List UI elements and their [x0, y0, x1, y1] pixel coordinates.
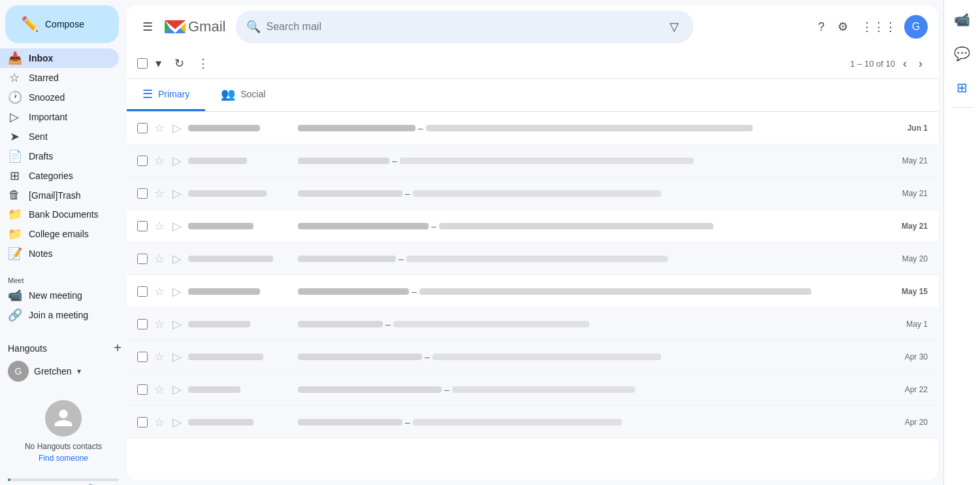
row-checkbox[interactable] [137, 286, 148, 297]
label-button[interactable]: ▷ [171, 414, 183, 431]
categories-icon: ⊞ [8, 169, 21, 183]
label-button[interactable]: ▷ [171, 120, 183, 137]
sidebar-item-join-meeting[interactable]: 🔗 Join a meeting [0, 305, 119, 325]
search-bar: 🔍 ▽ [236, 10, 693, 43]
help-button[interactable]: ? [813, 15, 830, 39]
nav-arrows: ‹ › [898, 52, 928, 76]
star-button[interactable]: ☆ [153, 185, 166, 202]
label-button[interactable]: ▷ [171, 250, 183, 267]
table-row[interactable]: ☆ ▷ – Apr 30 [127, 341, 938, 373]
sidebar-item-snoozed[interactable]: 🕐 Snoozed [0, 88, 119, 107]
sidebar-item-gmail-trash[interactable]: 🗑 [Gmail]Trash [0, 186, 119, 205]
email-date: May 21 [902, 156, 928, 165]
tab-primary[interactable]: ☰ Primary [127, 79, 205, 111]
row-checkbox[interactable] [137, 417, 148, 427]
label-button[interactable]: ▷ [171, 316, 183, 333]
sidebar-item-college-emails[interactable]: 📁 College emails [0, 224, 119, 244]
star-button[interactable]: ☆ [153, 250, 166, 267]
label-button[interactable]: ▷ [171, 348, 183, 365]
sidebar-item-sent[interactable]: ➤ Sent [0, 127, 119, 146]
email-subject [298, 254, 396, 264]
email-sender [188, 417, 293, 427]
label-button[interactable]: ▷ [171, 283, 183, 300]
settings-button[interactable]: ⚙ [832, 14, 853, 39]
side-panel-spaces-button[interactable]: ⊞ [950, 73, 974, 102]
find-someone-link[interactable]: Find someone [8, 454, 119, 463]
table-row[interactable]: ☆ ▷ – May 21 [127, 144, 938, 177]
sidebar-item-notes[interactable]: 📝 Notes [0, 244, 119, 263]
email-snippet: – [444, 384, 635, 395]
starred-icon: ☆ [8, 71, 21, 85]
inbox-icon: 📥 [8, 51, 21, 65]
table-row[interactable]: ☆ ▷ – Jun 1 [127, 112, 938, 144]
hangouts-add-button[interactable]: + [114, 341, 122, 356]
label-button[interactable]: ▷ [171, 152, 183, 169]
link-icon: 🔗 [8, 308, 21, 322]
select-dropdown-button[interactable]: ▾ [150, 51, 167, 76]
search-input[interactable] [266, 21, 661, 33]
next-page-button[interactable]: › [913, 52, 928, 76]
sidebar-item-bank-documents[interactable]: 📁 Bank Documents [0, 205, 119, 224]
row-checkbox[interactable] [137, 221, 148, 231]
row-checkbox[interactable] [137, 254, 148, 264]
table-row[interactable]: ☆ ▷ – Apr 22 [127, 373, 938, 406]
side-panel-meet-button[interactable]: 📹 [947, 5, 977, 34]
label-button[interactable]: ▷ [171, 185, 183, 202]
side-panel: 📹 💬 ⊞ [943, 0, 980, 485]
label-button[interactable]: ▷ [171, 381, 183, 398]
prev-page-button[interactable]: ‹ [898, 52, 912, 76]
star-button[interactable]: ☆ [153, 348, 166, 365]
email-sender [188, 352, 293, 362]
row-checkbox[interactable] [137, 352, 148, 362]
more-options-button[interactable]: ⋮ [192, 51, 214, 76]
storage-bar-container [8, 478, 119, 481]
email-subject [298, 417, 402, 427]
email-snippet: – [405, 417, 622, 427]
email-list: ☆ ▷ – Jun 1 ☆ ▷ – May 21 ☆ ▷ [127, 112, 938, 480]
table-row[interactable]: ☆ ▷ – May 20 [127, 242, 938, 275]
menu-button[interactable]: ☰ [137, 14, 158, 39]
star-button[interactable]: ☆ [153, 120, 166, 137]
sidebar-item-starred[interactable]: ☆ Starred [0, 68, 119, 88]
label-button[interactable]: ▷ [171, 218, 183, 235]
refresh-button[interactable]: ↻ [169, 51, 189, 76]
row-checkbox[interactable] [137, 319, 148, 329]
search-filter-button[interactable]: ▽ [666, 16, 683, 38]
account-avatar[interactable]: G [904, 15, 928, 39]
side-panel-chat-button[interactable]: 💬 [947, 39, 977, 68]
row-checkbox[interactable] [137, 188, 148, 199]
star-button[interactable]: ☆ [153, 152, 166, 169]
table-row[interactable]: ☆ ▷ – May 15 [127, 275, 938, 308]
email-subject [298, 156, 389, 166]
apps-button[interactable]: ⋮⋮⋮ [856, 14, 902, 39]
sidebar-item-new-meeting[interactable]: 📹 New meeting [0, 286, 119, 305]
no-contacts-avatar [45, 400, 82, 437]
table-row[interactable]: ☆ ▷ – May 1 [127, 308, 938, 341]
star-button[interactable]: ☆ [153, 218, 166, 235]
table-row[interactable]: ☆ ▷ – May 21 [127, 177, 938, 210]
star-button[interactable]: ☆ [153, 414, 166, 431]
star-button[interactable]: ☆ [153, 283, 166, 300]
gmail-logo-text: Gmail [188, 18, 225, 35]
sidebar-item-categories[interactable]: ⊞ Categories [0, 166, 119, 186]
row-checkbox[interactable] [137, 156, 148, 166]
email-date: May 20 [902, 254, 928, 263]
select-all-checkbox[interactable] [137, 58, 148, 69]
compose-button[interactable]: ✏️ Compose [5, 5, 119, 43]
table-row[interactable]: ☆ ▷ – May 21 [127, 210, 938, 242]
table-row[interactable]: ☆ ▷ – Apr 20 [127, 406, 938, 439]
star-button[interactable]: ☆ [153, 316, 166, 333]
email-subject [298, 384, 442, 395]
row-checkbox[interactable] [137, 384, 148, 395]
folder-icon: 📁 [8, 227, 21, 241]
sidebar-item-inbox[interactable]: 📥 Inbox [0, 48, 119, 68]
email-sender [188, 319, 293, 329]
snoozed-icon: 🕐 [8, 90, 21, 105]
star-button[interactable]: ☆ [153, 381, 166, 398]
tab-social[interactable]: 👥 Social [205, 79, 281, 111]
email-date: May 21 [902, 189, 928, 198]
hangouts-user[interactable]: G Gretchen ▾ [0, 358, 127, 384]
sidebar-item-important[interactable]: ▷ Important [0, 107, 119, 127]
sidebar-item-drafts[interactable]: 📄 Drafts [0, 146, 119, 166]
row-checkbox[interactable] [137, 123, 148, 133]
